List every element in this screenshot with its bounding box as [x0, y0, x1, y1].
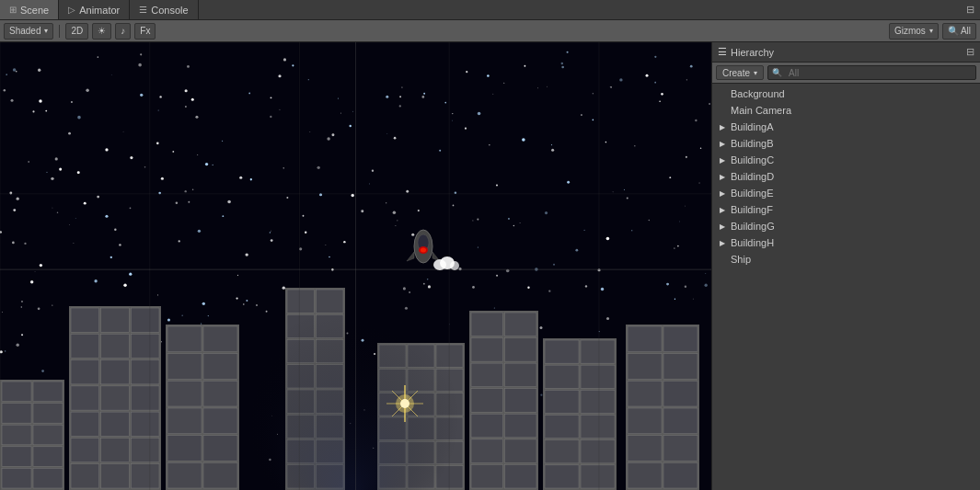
buildingC-label: BuildingC	[731, 154, 774, 165]
create-label: Create	[722, 68, 750, 78]
tab-console-label: Console	[151, 5, 188, 16]
exhaust	[432, 256, 460, 272]
ship-arrow-icon	[720, 256, 731, 264]
hierarchy-title-label: Hierarchy	[731, 47, 774, 58]
hierarchy-item-buildingB[interactable]: ▶ BuildingB	[712, 135, 980, 152]
tab-scene[interactable]: ⊞ Scene	[0, 0, 59, 19]
fx-label: Fx	[140, 26, 150, 36]
audio-icon: ♪	[121, 26, 125, 36]
buildingF-label: BuildingF	[731, 204, 773, 215]
hierarchy-icon: ☰	[718, 46, 727, 58]
gizmos-dropdown[interactable]: Gizmos ▾	[889, 23, 939, 40]
gizmos-label: Gizmos	[894, 26, 926, 36]
2d-toggle[interactable]: 2D	[65, 23, 88, 40]
hierarchy-search-icon: 🔍	[772, 68, 782, 77]
shaded-label: Shaded	[9, 26, 40, 36]
buildingG-arrow-icon: ▶	[720, 222, 731, 231]
hierarchy-item-main-camera[interactable]: Main Camera	[712, 102, 980, 119]
minimize-icon[interactable]: ⊟	[961, 4, 980, 16]
scene-toolbar: Shaded ▾ 2D ☀ ♪ Fx Gizmos ▾ 🔍 All	[0, 20, 980, 42]
tab-animator-label: Animator	[79, 5, 120, 16]
tab-animator[interactable]: ▷ Animator	[59, 0, 130, 19]
main-camera-label: Main Camera	[731, 105, 791, 116]
main-camera-arrow-icon	[720, 107, 731, 115]
hierarchy-item-buildingH[interactable]: ▶ BuildingH	[712, 234, 980, 251]
search-all-label: All	[961, 26, 971, 36]
fx-toggle[interactable]: Fx	[134, 23, 156, 40]
create-arrow-icon: ▾	[754, 69, 757, 77]
gizmos-arrow-icon: ▾	[929, 27, 933, 35]
hierarchy-item-buildingG[interactable]: ▶ BuildingG	[712, 218, 980, 234]
hierarchy-item-buildingE[interactable]: ▶ BuildingE	[712, 185, 980, 201]
hierarchy-item-buildingF[interactable]: ▶ BuildingF	[712, 201, 980, 218]
audio-toggle[interactable]: ♪	[115, 23, 131, 40]
buildingA-arrow-icon: ▶	[720, 123, 731, 131]
main-layout: ☰ Hierarchy ⊟ Create ▾ 🔍 Background Mai	[0, 42, 980, 490]
buildingC-arrow-icon: ▶	[720, 156, 731, 165]
ship-label: Ship	[731, 254, 751, 265]
hierarchy-items: Background Main Camera ▶ BuildingA ▶ Bui…	[712, 84, 980, 490]
buildingH-arrow-icon: ▶	[720, 239, 731, 247]
hierarchy-minimize-icon[interactable]: ⊟	[966, 46, 974, 58]
light-burst	[382, 381, 428, 427]
light-icon: ☀	[98, 26, 106, 36]
hierarchy-item-buildingD[interactable]: ▶ BuildingD	[712, 168, 980, 185]
hierarchy-item-buildingC[interactable]: ▶ BuildingC	[712, 152, 980, 168]
buildingB-label: BuildingB	[731, 138, 773, 149]
buildingE-arrow-icon: ▶	[720, 189, 731, 198]
separator-1	[59, 25, 60, 38]
background-label: Background	[731, 88, 785, 99]
hierarchy-item-buildingA[interactable]: ▶ BuildingA	[712, 119, 980, 135]
scene-tab-icon: ⊞	[9, 5, 17, 15]
animator-tab-icon: ▷	[68, 5, 75, 15]
hierarchy-toolbar: Create ▾ 🔍	[712, 63, 980, 84]
buildingA-label: BuildingA	[731, 121, 773, 132]
buildingB-arrow-icon: ▶	[720, 140, 731, 148]
buildingD-arrow-icon: ▶	[720, 173, 731, 181]
tab-console[interactable]: ☰ Console	[130, 0, 198, 19]
2d-label: 2D	[71, 26, 83, 36]
buildingE-label: BuildingE	[731, 188, 773, 199]
buildingF-arrow-icon: ▶	[720, 206, 731, 214]
search-toggle[interactable]: 🔍 All	[942, 23, 976, 40]
shaded-dropdown[interactable]: Shaded ▾	[4, 23, 53, 40]
buildingG-label: BuildingG	[731, 221, 775, 232]
svg-point-28	[396, 394, 414, 413]
hierarchy-header: ☰ Hierarchy ⊟	[712, 42, 980, 63]
hierarchy-title: ☰ Hierarchy	[718, 46, 774, 58]
hierarchy-panel: ☰ Hierarchy ⊟ Create ▾ 🔍 Background Mai	[711, 42, 980, 490]
background-arrow-icon	[720, 90, 731, 98]
buildingH-label: BuildingH	[731, 237, 774, 248]
scene-view[interactable]	[0, 42, 711, 490]
console-tab-icon: ☰	[139, 5, 147, 15]
buildingD-label: BuildingD	[731, 171, 774, 182]
tab-scene-label: Scene	[20, 5, 49, 16]
hierarchy-item-background[interactable]: Background	[712, 85, 980, 102]
shaded-arrow-icon: ▾	[44, 27, 48, 35]
light-toggle[interactable]: ☀	[92, 23, 111, 40]
svg-point-15	[421, 248, 426, 253]
search-icon: 🔍	[948, 26, 959, 36]
hierarchy-item-ship[interactable]: Ship	[712, 251, 980, 268]
hierarchy-search-input[interactable]	[785, 65, 972, 80]
tab-bar: ⊞ Scene ▷ Animator ☰ Console ⊟	[0, 0, 980, 20]
svg-point-18	[450, 261, 459, 270]
hierarchy-create-button[interactable]: Create ▾	[716, 65, 764, 80]
